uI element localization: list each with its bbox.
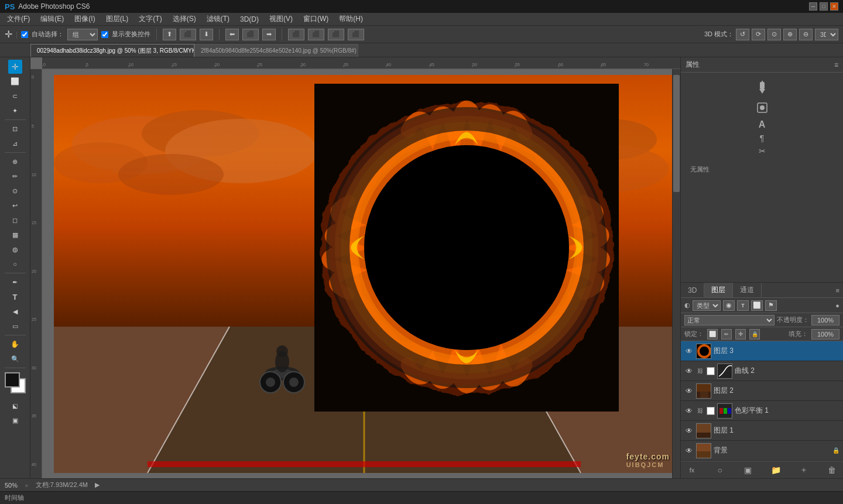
gradient-tool[interactable]: ▦ xyxy=(8,228,22,242)
curves2-visibility[interactable]: 👁 xyxy=(684,366,694,376)
3d-mode-select[interactable]: 3D xyxy=(815,29,838,40)
crop-tool[interactable]: ⊡ xyxy=(8,122,22,136)
align-vert-btn[interactable]: ⬛ xyxy=(180,29,196,40)
background-visibility[interactable]: 👁 xyxy=(684,446,694,455)
show-transform-checkbox[interactable] xyxy=(101,31,108,38)
tab-layers[interactable]: 图层 xyxy=(704,283,733,297)
3d-slide-btn[interactable]: ⊕ xyxy=(783,29,797,40)
lock-all-btn[interactable]: 🔒 xyxy=(749,329,760,340)
layer-item-colorbalance[interactable]: 👁 ⛓ 色彩平衡 1 xyxy=(681,401,843,421)
layer-item-layer2[interactable]: 👁 图层 2 xyxy=(681,381,843,401)
prop-icon-mask[interactable] xyxy=(754,100,770,116)
vertical-scrollbar[interactable] xyxy=(672,69,680,478)
align-bottom-btn[interactable]: ⬇ xyxy=(200,29,213,40)
foreground-color-swatch[interactable] xyxy=(5,372,20,388)
add-group-btn[interactable]: 📁 xyxy=(769,464,782,476)
menu-item-t[interactable]: 文字(T) xyxy=(134,13,166,25)
auto-select-select[interactable]: 组 图层 xyxy=(67,29,98,40)
colorbalance-visibility[interactable]: 👁 xyxy=(684,406,694,416)
layer-item-curves2[interactable]: 👁 ⛓ 曲线 2 xyxy=(681,361,843,381)
hand-tool[interactable]: ✋ xyxy=(8,337,22,351)
clone-tool[interactable]: ⊙ xyxy=(8,184,22,198)
maximize-button[interactable]: □ xyxy=(820,2,828,11)
opacity-input[interactable] xyxy=(811,315,839,325)
layer1-visibility[interactable]: 👁 xyxy=(684,426,694,436)
3d-scale-btn[interactable]: ⊖ xyxy=(799,29,813,40)
prop-icon-pin[interactable] xyxy=(754,80,770,96)
3d-pan-btn[interactable]: ⊙ xyxy=(767,29,781,40)
blend-mode-select[interactable]: 正常 xyxy=(684,315,775,325)
path-select-tool[interactable]: ◀ xyxy=(8,304,22,318)
add-adjustment-btn[interactable]: ▣ xyxy=(742,464,755,476)
eraser-tool[interactable]: ◻ xyxy=(8,213,22,227)
fill-input[interactable] xyxy=(811,329,839,340)
shape-tool[interactable]: ▭ xyxy=(8,319,22,333)
menu-item-v[interactable]: 视图(V) xyxy=(265,13,297,25)
prop-icon-text[interactable]: A xyxy=(759,119,766,130)
distribute-btn-3[interactable]: ⬛ xyxy=(328,29,344,40)
pen-tool[interactable]: ✒ xyxy=(8,275,22,289)
prop-icon-para[interactable]: ¶ xyxy=(760,133,765,143)
menu-item-l[interactable]: 图层(L) xyxy=(101,13,133,25)
layer-item-layer3[interactable]: 👁 图层 3 xyxy=(681,341,843,361)
menu-item-s[interactable]: 选择(S) xyxy=(168,13,201,25)
marquee-tool[interactable]: ⬜ xyxy=(8,74,22,88)
align-top-btn[interactable]: ⬆ xyxy=(163,29,176,40)
layers-panel-menu[interactable]: ≡ xyxy=(836,287,843,294)
menu-item-t[interactable]: 滤镜(T) xyxy=(202,13,234,25)
minimize-button[interactable]: ─ xyxy=(809,2,817,11)
fx-btn[interactable]: fx xyxy=(686,464,698,476)
tab-3d[interactable]: 3D xyxy=(681,284,704,297)
menu-item-h[interactable]: 帮助(H) xyxy=(334,13,368,25)
zoom-tool[interactable]: 🔍 xyxy=(8,352,22,366)
canvas-area[interactable]: 0 5 10 15 20 25 30 35 40 45 50 55 60 65 … xyxy=(30,57,680,478)
brush-tool[interactable]: ✏ xyxy=(8,169,22,183)
quick-mask-btn[interactable]: ⬕ xyxy=(8,399,22,413)
distribute-btn-1[interactable]: ⬛ xyxy=(288,29,304,40)
filter-toggle[interactable]: ● xyxy=(835,302,839,309)
filter-btn-smart[interactable]: ⚑ xyxy=(765,300,777,311)
layers-filter-select[interactable]: 类型 xyxy=(693,300,721,311)
layer3-visibility[interactable]: 👁 xyxy=(684,347,694,356)
canvas-viewport[interactable]: feyte.com UIBQJCM xyxy=(42,69,680,478)
filter-btn-type[interactable]: ◉ xyxy=(723,300,735,311)
history-brush-tool[interactable]: ↩ xyxy=(8,198,22,212)
align-left-btn[interactable]: ⬅ xyxy=(225,29,239,40)
tab-file1[interactable]: 002948adhabd38idcz38gh.jpg @ 50% (图层 3, … xyxy=(30,44,194,57)
text-tool[interactable]: T xyxy=(8,290,22,304)
lock-position-btn[interactable]: ✛ xyxy=(735,329,746,340)
close-button[interactable]: ✕ xyxy=(830,2,838,11)
move-tool[interactable]: ✛ xyxy=(8,60,22,74)
3d-orbit-btn[interactable]: ⟳ xyxy=(752,29,765,40)
prop-icon-scissors[interactable]: ✂ xyxy=(759,146,766,156)
lock-transparent-btn[interactable]: ⬜ xyxy=(707,329,718,340)
menu-item-f[interactable]: 文件(F) xyxy=(2,13,35,25)
dodge-tool[interactable]: ○ xyxy=(8,257,22,271)
layer-item-layer1[interactable]: 👁 图层 1 xyxy=(681,421,843,441)
layer2-visibility[interactable]: 👁 xyxy=(684,386,694,396)
scroll-thumb-vertical[interactable] xyxy=(673,75,680,192)
distribute-btn-4[interactable]: ⬛ xyxy=(348,29,364,40)
tab-channels[interactable]: 通道 xyxy=(733,283,762,297)
menu-item-w[interactable]: 窗口(W) xyxy=(299,13,333,25)
screen-mode-btn[interactable]: ▣ xyxy=(8,413,22,427)
lock-pixels-btn[interactable]: ✏ xyxy=(721,329,732,340)
distribute-btn-2[interactable]: ⬛ xyxy=(308,29,324,40)
add-mask-btn[interactable]: ○ xyxy=(714,464,727,476)
properties-menu-btn[interactable]: ≡ xyxy=(834,61,838,69)
eyedropper-tool[interactable]: ⊿ xyxy=(8,136,22,150)
lasso-tool[interactable]: ⊂ xyxy=(8,89,22,103)
status-arrow[interactable]: ▶ xyxy=(95,481,100,489)
delete-layer-btn[interactable]: 🗑 xyxy=(825,464,838,476)
align-horiz-btn[interactable]: ⬛ xyxy=(242,29,259,40)
menu-item-i[interactable]: 图像(I) xyxy=(70,13,100,25)
heal-tool[interactable]: ⊕ xyxy=(8,155,22,169)
auto-select-checkbox[interactable] xyxy=(21,31,28,38)
title-bar-right[interactable]: ─ □ ✕ xyxy=(809,2,838,11)
layer-item-background[interactable]: 👁 背景 🔒 xyxy=(681,441,843,461)
3d-rotate-btn[interactable]: ↺ xyxy=(736,29,749,40)
blur-tool[interactable]: ◍ xyxy=(8,242,22,256)
menu-item-e[interactable]: 编辑(E) xyxy=(36,13,68,25)
magic-wand-tool[interactable]: ✦ xyxy=(8,104,22,118)
menu-item-dd[interactable]: 3D(D) xyxy=(235,14,263,25)
